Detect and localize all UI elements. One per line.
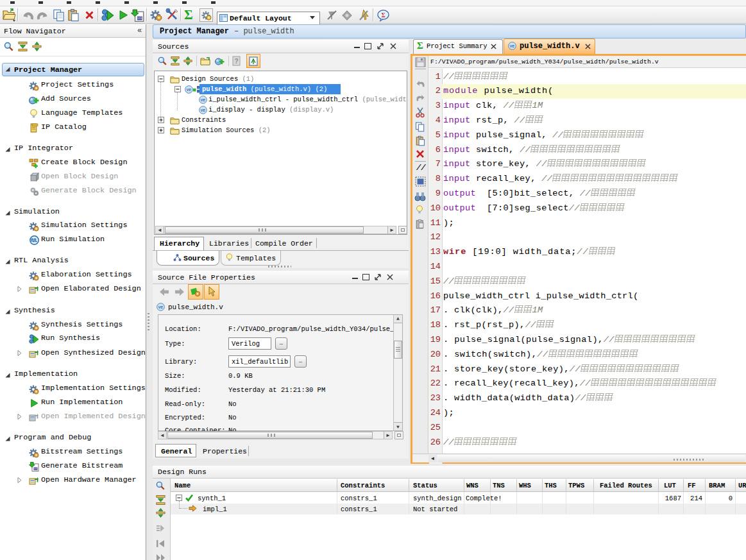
svg-text:ve: ve [201, 98, 205, 102]
svg-text:ve: ve [187, 87, 191, 92]
svg-text:Σ: Σ [381, 12, 385, 19]
svg-text:?: ? [234, 58, 238, 65]
svg-text:ve: ve [510, 44, 514, 48]
svg-text:101: 101 [34, 468, 38, 470]
svg-text:101: 101 [137, 17, 142, 20]
svg-text:ve: ve [201, 108, 205, 112]
svg-text:ve: ve [158, 305, 163, 309]
